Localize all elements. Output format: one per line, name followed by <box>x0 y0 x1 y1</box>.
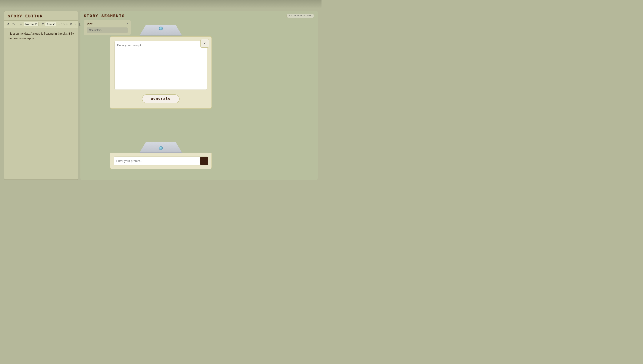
style-dropdown[interactable]: Normal ∨ <box>24 22 39 26</box>
redo-button[interactable]: ↻ <box>12 22 16 26</box>
font-chevron-icon: ∨ <box>53 22 55 26</box>
second-prompt-input[interactable] <box>114 156 208 166</box>
font-icon: T <box>42 22 44 26</box>
plot-close-button[interactable]: × <box>127 22 129 26</box>
modal-close-button[interactable]: × <box>200 39 209 48</box>
second-prompt-container: + <box>110 142 212 169</box>
font-size-decrease-button[interactable]: − <box>58 22 61 26</box>
align-icon: ≡ <box>19 22 23 26</box>
second-clipboard-top <box>110 142 212 153</box>
plot-card: Plot × Characters <box>84 20 131 35</box>
font-size-increase-button[interactable]: + <box>65 22 68 26</box>
story-segments-title: STORY SEGMENTS <box>84 14 125 18</box>
generate-button[interactable]: Generate <box>142 94 180 103</box>
bold-button[interactable]: B <box>69 22 73 26</box>
top-bar <box>0 0 322 8</box>
story-editor-title: STORY EDITOR <box>4 11 78 20</box>
editor-toolbar: ↺ ↻ ≡ Normal ∨ T Arial ∨ − 15 + B I U <box>4 20 78 28</box>
prompt-modal: × Generate <box>110 36 212 109</box>
editor-content[interactable]: It is a sunny day. A cloud is floating i… <box>4 28 78 180</box>
main-layout: STORY EDITOR ↺ ↻ ≡ Normal ∨ T Arial ∨ − … <box>0 8 322 182</box>
style-chevron-icon: ∨ <box>35 22 37 26</box>
ai-badge: AI-SEGMENTATION <box>286 14 314 18</box>
font-size-value: 15 <box>62 22 65 26</box>
second-clip-dot <box>159 146 163 150</box>
story-editor-panel: STORY EDITOR ↺ ↻ ≡ Normal ∨ T Arial ∨ − … <box>4 11 78 180</box>
undo-button[interactable]: ↺ <box>6 22 10 26</box>
prompt-textarea[interactable] <box>115 41 207 90</box>
second-clip-shape <box>140 142 182 153</box>
second-modal-box: + <box>110 153 212 169</box>
plot-card-title: Plot <box>87 22 128 26</box>
clipboard-dot <box>159 26 163 30</box>
clipboard-top <box>140 25 182 38</box>
font-dropdown[interactable]: Arial ∨ <box>45 22 56 26</box>
segments-header: STORY SEGMENTS AI-SEGMENTATION <box>80 11 318 20</box>
second-add-button[interactable]: + <box>200 157 208 165</box>
characters-tag: Characters <box>87 28 128 33</box>
font-size-control: − 15 + <box>58 22 68 26</box>
italic-button[interactable]: I <box>75 22 77 26</box>
